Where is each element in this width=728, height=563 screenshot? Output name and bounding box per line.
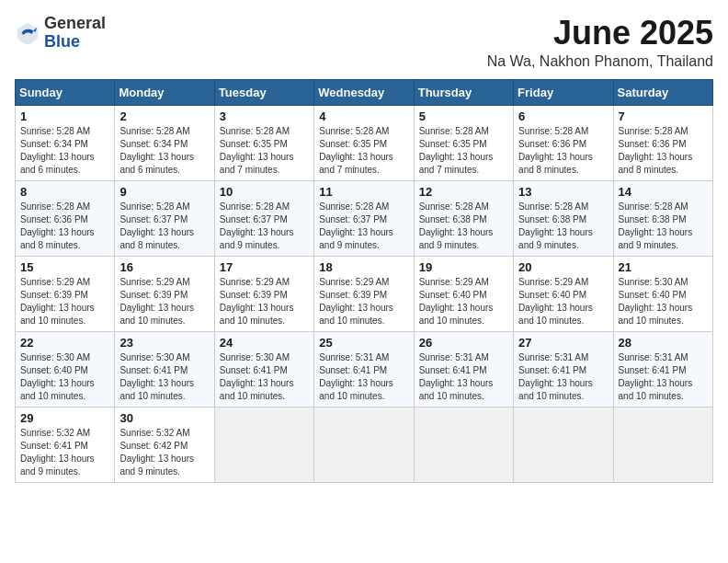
day-info: Sunrise: 5:31 AM Sunset: 6:41 PM Dayligh… — [619, 351, 708, 403]
day-info: Sunrise: 5:29 AM Sunset: 6:39 PM Dayligh… — [220, 276, 309, 327]
day-number: 6 — [518, 109, 608, 123]
day-number: 26 — [419, 336, 508, 350]
header-thursday: Thursday — [414, 79, 513, 105]
page-header: General Blue June 2025 Na Wa, Nakhon Pha… — [15, 15, 713, 70]
table-row: 19 Sunrise: 5:29 AM Sunset: 6:40 PM Dayl… — [414, 256, 513, 331]
table-row: 30 Sunrise: 5:32 AM Sunset: 6:42 PM Dayl… — [115, 407, 214, 482]
header-sunday: Sunday — [16, 79, 115, 105]
table-row: 12 Sunrise: 5:28 AM Sunset: 6:38 PM Dayl… — [414, 180, 513, 256]
day-number: 22 — [20, 336, 109, 350]
table-row: 11 Sunrise: 5:28 AM Sunset: 6:37 PM Dayl… — [314, 180, 414, 256]
logo-general: General — [44, 15, 106, 33]
title-area: June 2025 Na Wa, Nakhon Phanom, Thailand — [487, 15, 713, 70]
header-saturday: Saturday — [613, 79, 712, 105]
day-number: 13 — [518, 185, 608, 199]
table-row: 8 Sunrise: 5:28 AM Sunset: 6:36 PM Dayli… — [16, 180, 115, 256]
day-info: Sunrise: 5:30 AM Sunset: 6:41 PM Dayligh… — [220, 351, 309, 403]
calendar-row: 8 Sunrise: 5:28 AM Sunset: 6:36 PM Dayli… — [16, 180, 713, 256]
table-row — [514, 407, 613, 482]
day-info: Sunrise: 5:28 AM Sunset: 6:37 PM Dayligh… — [119, 201, 209, 252]
day-number: 7 — [619, 109, 708, 123]
table-row: 15 Sunrise: 5:29 AM Sunset: 6:39 PM Dayl… — [16, 256, 115, 331]
day-info: Sunrise: 5:32 AM Sunset: 6:42 PM Dayligh… — [119, 427, 209, 478]
day-info: Sunrise: 5:28 AM Sunset: 6:35 PM Dayligh… — [319, 125, 408, 177]
logo-icon — [15, 20, 40, 46]
day-number: 30 — [119, 411, 209, 425]
table-row: 6 Sunrise: 5:28 AM Sunset: 6:36 PM Dayli… — [514, 105, 613, 180]
day-number: 17 — [220, 260, 309, 274]
day-info: Sunrise: 5:29 AM Sunset: 6:39 PM Dayligh… — [119, 276, 209, 327]
calendar-row: 1 Sunrise: 5:28 AM Sunset: 6:34 PM Dayli… — [16, 105, 713, 180]
table-row: 17 Sunrise: 5:29 AM Sunset: 6:39 PM Dayl… — [214, 256, 313, 331]
calendar-header-row: Sunday Monday Tuesday Wednesday Thursday… — [16, 79, 713, 105]
calendar-row: 29 Sunrise: 5:32 AM Sunset: 6:41 PM Dayl… — [16, 407, 713, 482]
day-number: 16 — [119, 260, 209, 274]
table-row: 5 Sunrise: 5:28 AM Sunset: 6:35 PM Dayli… — [414, 105, 513, 180]
day-number: 25 — [319, 336, 408, 350]
table-row: 27 Sunrise: 5:31 AM Sunset: 6:41 PM Dayl… — [514, 331, 613, 407]
table-row: 20 Sunrise: 5:29 AM Sunset: 6:40 PM Dayl… — [514, 256, 613, 331]
day-number: 23 — [119, 336, 209, 350]
day-number: 9 — [119, 185, 209, 199]
day-number: 15 — [20, 260, 109, 274]
header-tuesday: Tuesday — [214, 79, 313, 105]
day-number: 29 — [20, 411, 109, 425]
day-number: 27 — [518, 336, 608, 350]
header-wednesday: Wednesday — [314, 79, 414, 105]
table-row: 25 Sunrise: 5:31 AM Sunset: 6:41 PM Dayl… — [314, 331, 414, 407]
day-info: Sunrise: 5:28 AM Sunset: 6:36 PM Dayligh… — [619, 125, 708, 177]
day-number: 21 — [619, 260, 708, 274]
table-row: 16 Sunrise: 5:29 AM Sunset: 6:39 PM Dayl… — [115, 256, 214, 331]
day-number: 4 — [319, 109, 408, 123]
day-info: Sunrise: 5:28 AM Sunset: 6:37 PM Dayligh… — [220, 201, 309, 252]
table-row: 24 Sunrise: 5:30 AM Sunset: 6:41 PM Dayl… — [214, 331, 313, 407]
day-info: Sunrise: 5:28 AM Sunset: 6:38 PM Dayligh… — [518, 201, 608, 252]
calendar: Sunday Monday Tuesday Wednesday Thursday… — [15, 79, 713, 483]
header-monday: Monday — [115, 79, 214, 105]
day-info: Sunrise: 5:32 AM Sunset: 6:41 PM Dayligh… — [20, 427, 109, 478]
day-number: 28 — [619, 336, 708, 350]
day-number: 8 — [20, 185, 109, 199]
day-info: Sunrise: 5:29 AM Sunset: 6:39 PM Dayligh… — [319, 276, 408, 327]
calendar-row: 15 Sunrise: 5:29 AM Sunset: 6:39 PM Dayl… — [16, 256, 713, 331]
day-info: Sunrise: 5:30 AM Sunset: 6:40 PM Dayligh… — [20, 351, 109, 403]
logo-text: General Blue — [44, 15, 106, 52]
table-row: 18 Sunrise: 5:29 AM Sunset: 6:39 PM Dayl… — [314, 256, 414, 331]
day-number: 18 — [319, 260, 408, 274]
day-info: Sunrise: 5:30 AM Sunset: 6:41 PM Dayligh… — [119, 351, 209, 403]
day-info: Sunrise: 5:29 AM Sunset: 6:39 PM Dayligh… — [20, 276, 109, 327]
table-row: 3 Sunrise: 5:28 AM Sunset: 6:35 PM Dayli… — [214, 105, 313, 180]
day-info: Sunrise: 5:29 AM Sunset: 6:40 PM Dayligh… — [518, 276, 608, 327]
day-info: Sunrise: 5:28 AM Sunset: 6:37 PM Dayligh… — [319, 201, 408, 252]
day-info: Sunrise: 5:30 AM Sunset: 6:40 PM Dayligh… — [619, 276, 708, 327]
table-row: 9 Sunrise: 5:28 AM Sunset: 6:37 PM Dayli… — [115, 180, 214, 256]
table-row — [613, 407, 712, 482]
day-number: 19 — [419, 260, 508, 274]
day-info: Sunrise: 5:31 AM Sunset: 6:41 PM Dayligh… — [419, 351, 508, 403]
day-info: Sunrise: 5:28 AM Sunset: 6:35 PM Dayligh… — [220, 125, 309, 177]
logo-blue: Blue — [44, 33, 106, 52]
day-number: 2 — [119, 109, 209, 123]
day-number: 12 — [419, 185, 508, 199]
day-info: Sunrise: 5:29 AM Sunset: 6:40 PM Dayligh… — [419, 276, 508, 327]
day-number: 5 — [419, 109, 508, 123]
day-number: 1 — [20, 109, 109, 123]
header-friday: Friday — [514, 79, 613, 105]
table-row: 4 Sunrise: 5:28 AM Sunset: 6:35 PM Dayli… — [314, 105, 414, 180]
day-info: Sunrise: 5:28 AM Sunset: 6:35 PM Dayligh… — [419, 125, 508, 177]
table-row: 21 Sunrise: 5:30 AM Sunset: 6:40 PM Dayl… — [613, 256, 712, 331]
day-number: 3 — [220, 109, 309, 123]
day-number: 10 — [220, 185, 309, 199]
calendar-row: 22 Sunrise: 5:30 AM Sunset: 6:40 PM Dayl… — [16, 331, 713, 407]
table-row: 29 Sunrise: 5:32 AM Sunset: 6:41 PM Dayl… — [16, 407, 115, 482]
day-info: Sunrise: 5:28 AM Sunset: 6:36 PM Dayligh… — [20, 201, 109, 252]
table-row: 2 Sunrise: 5:28 AM Sunset: 6:34 PM Dayli… — [115, 105, 214, 180]
day-number: 14 — [619, 185, 708, 199]
day-info: Sunrise: 5:28 AM Sunset: 6:38 PM Dayligh… — [619, 201, 708, 252]
table-row: 7 Sunrise: 5:28 AM Sunset: 6:36 PM Dayli… — [613, 105, 712, 180]
location-title: Na Wa, Nakhon Phanom, Thailand — [487, 53, 713, 70]
day-info: Sunrise: 5:28 AM Sunset: 6:34 PM Dayligh… — [119, 125, 209, 177]
logo: General Blue — [15, 15, 106, 52]
table-row — [414, 407, 513, 482]
day-number: 20 — [518, 260, 608, 274]
